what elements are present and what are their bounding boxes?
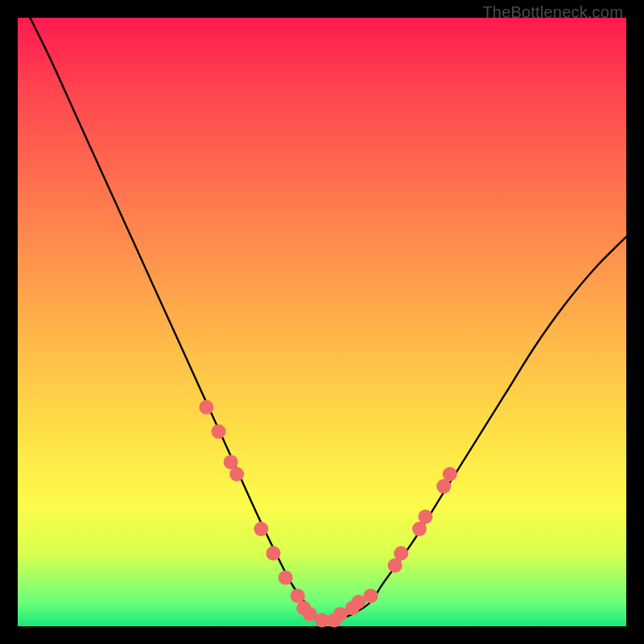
highlight-dot: [279, 571, 293, 585]
highlight-dot: [363, 588, 378, 603]
highlight-dot: [419, 510, 433, 524]
highlight-dot: [266, 546, 281, 560]
highlight-dot: [254, 522, 268, 536]
highlight-dot: [199, 400, 213, 415]
curve-layer: [18, 18, 626, 626]
bottleneck-curve: [18, 0, 626, 621]
highlight-dot: [211, 424, 225, 439]
highlight-dot: [229, 467, 244, 481]
highlight-dot: [443, 467, 457, 481]
highlight-dot: [394, 546, 408, 560]
plot-area: [18, 18, 626, 626]
chart-frame: TheBottleneck.com: [0, 0, 644, 644]
highlight-dots: [199, 400, 456, 628]
attribution-text: TheBottleneck.com: [482, 3, 623, 22]
